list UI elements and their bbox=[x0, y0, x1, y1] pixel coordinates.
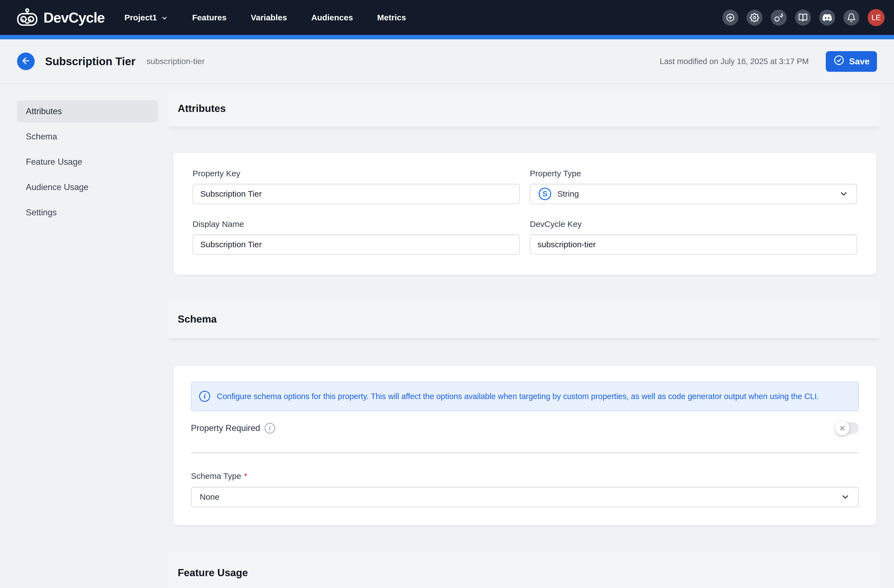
docs-button[interactable] bbox=[795, 10, 811, 26]
x-icon bbox=[839, 425, 845, 431]
nav-item-metrics[interactable]: Metrics bbox=[377, 13, 406, 22]
chevron-down-icon bbox=[839, 189, 848, 199]
feature-usage-section-title: Feature Usage bbox=[178, 567, 248, 579]
page-subtitle-key: subscription-tier bbox=[146, 57, 205, 66]
nav-item-audiences[interactable]: Audiences bbox=[311, 13, 353, 22]
page-title: Subscription Tier bbox=[45, 55, 135, 68]
discord-icon bbox=[823, 13, 832, 22]
back-button[interactable] bbox=[17, 53, 35, 70]
devcycle-robot-icon bbox=[15, 8, 39, 28]
feature-usage-section-header: Feature Usage bbox=[167, 551, 881, 588]
add-button[interactable] bbox=[722, 10, 738, 26]
content-area: Attributes Schema Feature Usage Audience… bbox=[0, 84, 894, 588]
save-button[interactable]: Save bbox=[826, 51, 877, 72]
save-button-label: Save bbox=[849, 56, 870, 66]
schema-card: i Configure schema options for this prop… bbox=[173, 366, 876, 525]
toggle-knob bbox=[835, 421, 849, 435]
schema-type-field: Schema Type* None bbox=[191, 471, 859, 507]
gear-icon bbox=[750, 13, 759, 22]
devcycle-logo[interactable]: DevCycle bbox=[15, 8, 104, 28]
display-name-input[interactable] bbox=[193, 234, 520, 255]
bell-icon bbox=[847, 13, 856, 22]
book-open-icon bbox=[798, 13, 808, 22]
attributes-section-header: Attributes bbox=[167, 91, 881, 127]
property-type-field: Property Type S String bbox=[530, 169, 857, 204]
property-key-field: Property Key bbox=[193, 169, 520, 204]
page-header: Subscription Tier subscription-tier Last… bbox=[0, 39, 894, 84]
main-column: Attributes Property Key Property Type S … bbox=[167, 91, 881, 588]
top-navbar: DevCycle Project1 Features Variables Aud… bbox=[0, 0, 894, 35]
project-selector[interactable]: Project1 bbox=[124, 13, 168, 22]
property-required-row: Property Required i bbox=[191, 421, 859, 435]
sidebar-item-settings[interactable]: Settings bbox=[17, 202, 158, 223]
check-circle-icon bbox=[833, 54, 845, 68]
sidebar-item-audience-usage[interactable]: Audience Usage bbox=[17, 176, 158, 198]
nav-item-features[interactable]: Features bbox=[192, 13, 227, 22]
chevron-down-icon bbox=[161, 14, 168, 22]
sidebar-item-feature-usage[interactable]: Feature Usage bbox=[17, 151, 158, 173]
display-name-label: Display Name bbox=[193, 220, 520, 229]
accent-bar bbox=[0, 35, 894, 39]
nav-item-variables[interactable]: Variables bbox=[251, 13, 287, 22]
sidebar-item-schema[interactable]: Schema bbox=[17, 126, 158, 148]
last-modified-text: Last modified on July 16, 2025 at 3:17 P… bbox=[660, 57, 809, 66]
plus-circle-icon bbox=[726, 13, 735, 22]
property-type-value: String bbox=[557, 189, 579, 199]
display-name-field: Display Name bbox=[193, 220, 520, 255]
section-sidebar: Attributes Schema Feature Usage Audience… bbox=[17, 91, 158, 227]
property-key-label: Property Key bbox=[193, 169, 520, 178]
info-icon: i bbox=[199, 391, 210, 402]
schema-section-header: Schema bbox=[167, 301, 881, 339]
discord-button[interactable] bbox=[819, 10, 835, 26]
devcycle-key-input[interactable] bbox=[530, 234, 857, 255]
project-selector-label: Project1 bbox=[124, 13, 157, 22]
settings-button[interactable] bbox=[746, 10, 763, 26]
user-avatar[interactable]: LE bbox=[868, 9, 885, 26]
schema-type-value: None bbox=[200, 492, 219, 502]
notifications-button[interactable] bbox=[843, 10, 859, 26]
brand-name: DevCycle bbox=[44, 9, 104, 26]
required-asterisk: * bbox=[244, 471, 247, 481]
navbar-actions: LE bbox=[722, 9, 885, 26]
attributes-card: Property Key Property Type S String Disp… bbox=[173, 153, 876, 274]
schema-info-banner-text: Configure schema options for this proper… bbox=[217, 392, 819, 401]
string-type-icon: S bbox=[539, 188, 551, 200]
arrow-left-icon bbox=[21, 56, 31, 67]
chevron-down-icon bbox=[841, 492, 850, 502]
key-icon bbox=[774, 13, 784, 22]
schema-type-select[interactable]: None bbox=[191, 487, 859, 507]
api-keys-button[interactable] bbox=[771, 10, 787, 26]
property-required-label: Property Required bbox=[191, 423, 260, 433]
devcycle-key-field: DevCycle Key bbox=[530, 220, 857, 255]
devcycle-key-label: DevCycle Key bbox=[530, 220, 857, 229]
property-type-select[interactable]: S String bbox=[530, 184, 857, 204]
sidebar-item-attributes[interactable]: Attributes bbox=[17, 100, 158, 122]
schema-type-label: Schema Type bbox=[191, 471, 241, 481]
divider bbox=[191, 452, 859, 453]
schema-section-title: Schema bbox=[178, 314, 217, 325]
attributes-section-title: Attributes bbox=[178, 103, 226, 115]
schema-info-banner: i Configure schema options for this prop… bbox=[191, 381, 859, 411]
property-key-input[interactable] bbox=[193, 184, 520, 204]
property-required-toggle[interactable] bbox=[836, 422, 859, 434]
nav-links: Project1 Features Variables Audiences Me… bbox=[124, 13, 406, 22]
property-type-label: Property Type bbox=[530, 169, 857, 178]
property-required-info-icon[interactable]: i bbox=[264, 423, 275, 433]
